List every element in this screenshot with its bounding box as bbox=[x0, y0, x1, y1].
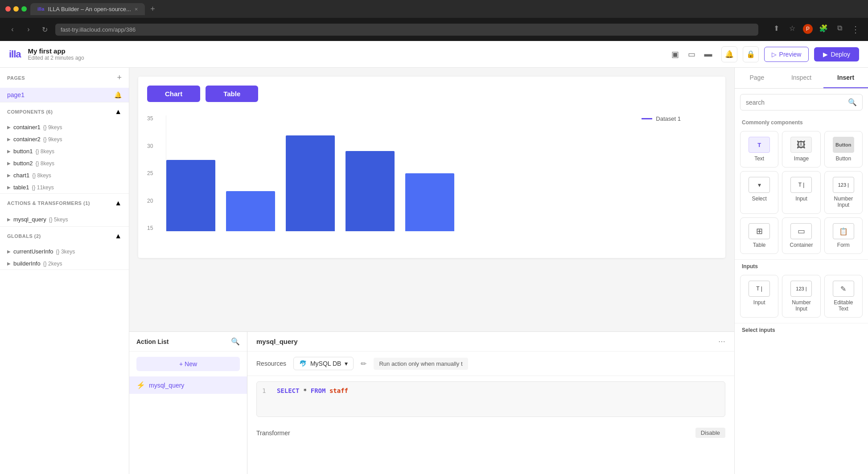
minimize-dot[interactable] bbox=[13, 6, 19, 12]
tab-close-btn[interactable]: × bbox=[135, 6, 138, 12]
action-list-search-icon[interactable]: 🔍 bbox=[231, 337, 240, 346]
code-editor[interactable]: 1 SELECT * FROM staff bbox=[256, 381, 725, 417]
deploy-button[interactable]: ▶ Deploy bbox=[814, 47, 859, 61]
profile-icon[interactable]: P bbox=[803, 24, 813, 34]
input-card[interactable]: T | Input bbox=[740, 275, 778, 318]
list-item[interactable]: ▶ builderInfo {} 2keys bbox=[0, 257, 129, 270]
browser-tab[interactable]: illa ILLA Builder – An open-source... × bbox=[30, 3, 145, 15]
y-label: 25 bbox=[147, 170, 160, 176]
component-card-container[interactable]: ▭ Container bbox=[782, 217, 820, 254]
component-card-input[interactable]: T | Input bbox=[782, 171, 820, 214]
actions-collapse-btn[interactable]: ▲ bbox=[115, 199, 122, 207]
header-right: 🔔 🔒 ▷ Preview ▶ Deploy bbox=[721, 46, 859, 62]
resource-name: MySQL DB bbox=[310, 360, 341, 367]
list-item[interactable]: ▶ container2 {} 9keys bbox=[0, 133, 129, 145]
input-icon: T | bbox=[749, 281, 770, 297]
maximize-dot[interactable] bbox=[21, 6, 27, 12]
close-dot[interactable] bbox=[5, 6, 11, 12]
select-label: Select bbox=[752, 196, 766, 202]
list-item[interactable]: ▶ button2 {} 8keys bbox=[0, 157, 129, 169]
number-input-card[interactable]: 123 | Number Input bbox=[782, 275, 820, 318]
bell-btn[interactable]: 🔔 bbox=[721, 46, 737, 62]
disable-button[interactable]: Disable bbox=[695, 428, 725, 438]
action-list-item[interactable]: ⚡ mysql_query bbox=[129, 376, 247, 394]
search-input[interactable] bbox=[746, 99, 844, 106]
select-component-icon: ▾ bbox=[749, 177, 770, 193]
layout-btn-3[interactable]: ▬ bbox=[703, 48, 714, 61]
component-card-form[interactable]: 📋 Form bbox=[824, 217, 863, 254]
globals-collapse-btn[interactable]: ▲ bbox=[115, 232, 122, 240]
globals-title: GLOBALS (2) bbox=[7, 233, 41, 239]
tab-inspect[interactable]: Inspect bbox=[779, 68, 824, 88]
layout-btn-1[interactable]: ▣ bbox=[670, 48, 681, 61]
number-input-card-icon: 123 | bbox=[790, 281, 812, 297]
list-item[interactable]: ▶ currentUserInfo {} 3keys bbox=[0, 245, 129, 257]
star-icon[interactable]: ☆ bbox=[787, 24, 798, 35]
component-card-image[interactable]: 🖼 Image bbox=[782, 131, 820, 168]
resource-select[interactable]: 🐬 MySQL DB ▾ bbox=[293, 357, 354, 370]
extension-icon[interactable]: 🧩 bbox=[818, 24, 829, 35]
address-text: fast-try.illacloud.com/app/386 bbox=[61, 26, 136, 33]
line-number: 1 bbox=[262, 387, 266, 394]
table-label: Table bbox=[753, 242, 766, 248]
chart-button[interactable]: Chart bbox=[147, 86, 200, 102]
chart-legend: Dataset 1 bbox=[642, 115, 681, 122]
query-resources: Resources 🐬 MySQL DB ▾ ✏ Run action only… bbox=[247, 351, 734, 376]
deploy-label: Deploy bbox=[831, 51, 850, 58]
list-item[interactable]: ▶ chart1 {} 8keys bbox=[0, 169, 129, 181]
layout-btn-2[interactable]: ▭ bbox=[686, 48, 697, 61]
preview-label: Preview bbox=[779, 51, 802, 58]
component-card-number-input[interactable]: 123 | Number Input bbox=[824, 171, 863, 214]
arrow-icon: ▶ bbox=[7, 261, 11, 266]
right-tabs: Page Inspect Insert bbox=[735, 68, 868, 89]
component-card-button[interactable]: Button Button bbox=[824, 131, 863, 168]
query-more-btn[interactable]: ⋯ bbox=[718, 337, 725, 346]
arrow-icon: ▶ bbox=[7, 249, 11, 254]
list-item[interactable]: ▶ mysql_query {} 5keys bbox=[0, 212, 129, 226]
query-editor: mysql_query ⋯ Resources 🐬 MySQL DB ▾ ✏ R… bbox=[247, 332, 734, 474]
nav-forward-btn[interactable]: › bbox=[23, 25, 34, 33]
app-header: illa My first app Edited at 2 minutes ag… bbox=[0, 41, 868, 68]
global-name: builderInfo bbox=[13, 260, 41, 267]
address-input[interactable]: fast-try.illacloud.com/app/386 bbox=[55, 24, 758, 36]
share-icon[interactable]: ⬆ bbox=[771, 24, 782, 35]
new-action-btn[interactable]: + New bbox=[136, 357, 240, 371]
app-name: My first app bbox=[28, 47, 662, 55]
list-item[interactable]: ▶ container1 {} 9keys bbox=[0, 121, 129, 133]
app-edited: Edited at 2 minutes ago bbox=[28, 55, 662, 61]
tab-page[interactable]: Page bbox=[735, 68, 779, 88]
menu-icon[interactable]: ⋮ bbox=[850, 24, 861, 35]
action-list-panel: Action List 🔍 + New ⚡ mysql_query bbox=[129, 332, 247, 474]
mysql-icon: ⚡ bbox=[136, 381, 145, 389]
sidebar-icon[interactable]: ⧉ bbox=[834, 24, 845, 35]
component-card-table[interactable]: ⊞ Table bbox=[740, 217, 778, 254]
preview-button[interactable]: ▷ Preview bbox=[764, 47, 809, 62]
tab-insert[interactable]: Insert bbox=[823, 68, 868, 88]
component-name: button2 bbox=[13, 160, 33, 167]
lock-btn[interactable]: 🔒 bbox=[743, 46, 759, 62]
nav-back-btn[interactable]: ‹ bbox=[7, 25, 18, 33]
arrow-icon: ▶ bbox=[7, 161, 11, 166]
new-tab-btn[interactable]: + bbox=[150, 4, 155, 14]
add-page-btn[interactable]: + bbox=[117, 73, 122, 82]
bar-4 bbox=[346, 151, 395, 231]
components-section: COMPONENTS (6) ▲ ▶ container1 {} 9keys ▶… bbox=[0, 102, 129, 194]
editable-text-card[interactable]: ✎ Editable Text bbox=[824, 275, 863, 318]
table-button[interactable]: Table bbox=[206, 86, 258, 102]
component-card-text[interactable]: T Text bbox=[740, 131, 778, 168]
resource-edit-btn[interactable]: ✏ bbox=[361, 360, 366, 368]
component-card-select[interactable]: ▾ Select bbox=[740, 171, 778, 214]
list-item[interactable]: ▶ button1 {} 8keys bbox=[0, 145, 129, 157]
component-meta: {} 8keys bbox=[35, 160, 54, 167]
arrow-icon: ▶ bbox=[7, 173, 11, 178]
legend-line bbox=[642, 118, 652, 119]
global-name: currentUserInfo bbox=[13, 248, 53, 255]
component-meta: {} 8keys bbox=[35, 148, 54, 155]
components-collapse-btn[interactable]: ▲ bbox=[115, 108, 122, 116]
nav-refresh-btn[interactable]: ↻ bbox=[39, 25, 50, 34]
sql-star: * bbox=[303, 387, 311, 394]
number-input-card-label: Number Input bbox=[786, 299, 816, 312]
list-item[interactable]: ▶ table1 {} 11keys bbox=[0, 181, 129, 193]
page-item[interactable]: page1 🔔 bbox=[0, 88, 129, 102]
component-name: table1 bbox=[13, 184, 29, 191]
